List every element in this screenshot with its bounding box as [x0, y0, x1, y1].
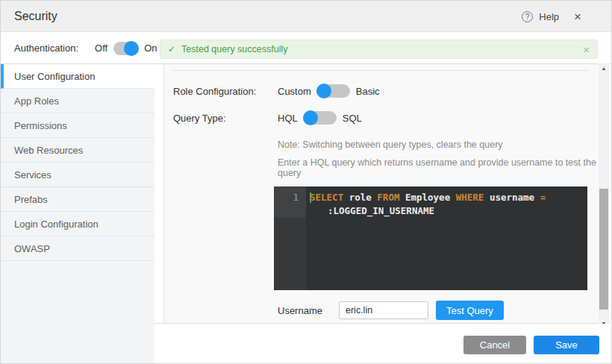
vertical-scrollbar[interactable]: ▲ ▼ — [599, 63, 609, 327]
username-input[interactable] — [339, 301, 428, 319]
check-icon: ✓ — [168, 44, 175, 54]
authentication-toggle-group: Authentication: Off On — [14, 32, 157, 64]
success-banner: ✓ Tested query successfully × — [160, 40, 598, 59]
query-type-toggle-group: HQL SQL — [278, 111, 362, 125]
query-code[interactable]: SELECT role FROM Employee WHERE username… — [306, 191, 587, 218]
success-banner-text: Tested query successfully — [181, 44, 287, 54]
sidebar-item-web-resources[interactable]: Web Resources — [1, 138, 154, 163]
user-configuration-panel: Role Configuration: Custom Basic Query T… — [163, 64, 599, 323]
test-query-button[interactable]: Test Query — [436, 301, 504, 320]
scrollbar-thumb[interactable] — [599, 189, 608, 310]
sidebar-item-permissions[interactable]: Permissions — [1, 113, 154, 138]
sql-option-label[interactable]: SQL — [343, 113, 362, 124]
help-icon[interactable]: ? — [522, 11, 533, 22]
role-configuration-label: Role Configuration: — [173, 86, 278, 97]
sidebar: User ConfigurationApp RolesPermissionsWe… — [1, 64, 154, 363]
toggle-knob — [303, 110, 318, 125]
username-label: Username — [278, 305, 339, 316]
sub-header: Authentication: Off On ✓ Tested query su… — [1, 32, 612, 64]
authentication-off-label[interactable]: Off — [95, 43, 107, 54]
footer-buttons: Cancel Save — [463, 336, 599, 354]
sidebar-item-user-configuration[interactable]: User Configuration — [1, 64, 154, 89]
authentication-on-label[interactable]: On — [144, 43, 157, 54]
section-divider-top — [173, 70, 590, 71]
security-dialog: Security ? Help × Authentication: Off On… — [0, 0, 612, 364]
query-type-row: Query Type: HQL SQL — [164, 108, 599, 128]
authentication-toggle[interactable] — [113, 42, 138, 55]
main-viewport: Role Configuration: Custom Basic Query T… — [154, 64, 599, 324]
query-type-note: Note: Switching between query types, cle… — [278, 139, 599, 150]
query-instruction: Enter a HQL query which returns username… — [278, 157, 599, 178]
line-number: 1 — [274, 191, 299, 204]
footer-bar: Cancel Save — [154, 324, 611, 363]
help-link[interactable]: Help — [539, 11, 559, 22]
basic-option-label[interactable]: Basic — [356, 86, 380, 97]
page-title: Security — [14, 10, 57, 23]
query-type-label: Query Type: — [173, 113, 278, 124]
toggle-knob — [316, 84, 331, 98]
sidebar-item-app-roles[interactable]: App Roles — [1, 89, 154, 113]
query-type-toggle[interactable] — [304, 111, 337, 125]
custom-option-label[interactable]: Custom — [278, 86, 311, 97]
cancel-button[interactable]: Cancel — [463, 336, 526, 354]
sidebar-item-prefabs[interactable]: Prefabs — [1, 187, 154, 212]
close-icon[interactable]: × — [574, 10, 581, 23]
authentication-label: Authentication: — [14, 43, 78, 54]
save-button[interactable]: Save — [534, 336, 599, 354]
code-line: :LOGGED_IN_USERNAME — [310, 204, 587, 218]
role-configuration-toggle[interactable] — [317, 84, 350, 98]
hql-option-label[interactable]: HQL — [278, 113, 298, 124]
sidebar-item-owasp[interactable]: OWASP — [1, 236, 154, 261]
sidebar-item-services[interactable]: Services — [1, 163, 154, 187]
scroll-up-icon[interactable]: ▲ — [599, 63, 609, 72]
role-configuration-row: Role Configuration: Custom Basic — [164, 81, 599, 101]
title-bar: Security ? Help × — [1, 1, 612, 32]
toggle-knob — [124, 41, 139, 56]
banner-close-icon[interactable]: × — [583, 44, 590, 55]
role-configuration-toggle-group: Custom Basic — [278, 84, 380, 98]
title-bar-actions: ? Help × — [522, 1, 581, 32]
sidebar-item-login-configuration[interactable]: Login Configuration — [1, 212, 154, 236]
code-line: SELECT role FROM Employee WHERE username… — [310, 191, 587, 204]
username-row: Username Test Query — [278, 301, 599, 320]
query-code-editor[interactable]: 1 SELECT role FROM Employee WHERE userna… — [274, 186, 587, 290]
